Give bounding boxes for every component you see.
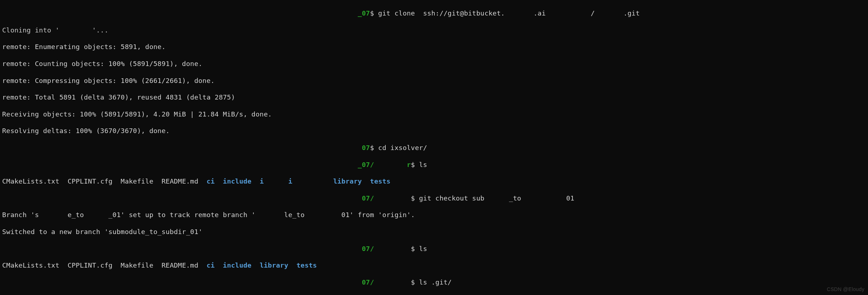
prompt-line: 07/ $ git checkout sub _to 01 <box>2 194 866 202</box>
output-line: remote: Counting objects: 100% (5891/589… <box>2 60 866 68</box>
output-line: Branch 's e_to _01' set up to track remo… <box>2 211 866 219</box>
output-line: Cloning into ' '... <box>2 26 866 34</box>
output-line: Receiving objects: 100% (5891/5891), 4.2… <box>2 110 866 118</box>
output-line: remote: Compressing objects: 100% (2661/… <box>2 76 866 85</box>
ls-output: CMakeLists.txt CPPLINT.cfg Makefile READ… <box>2 177 866 185</box>
prompt-line: _07/ r$ ls <box>2 160 866 169</box>
output-line: Switched to a new branch 'submodule_to_s… <box>2 228 866 236</box>
prompt-line: 07/ $ ls <box>2 245 866 253</box>
output-line: remote: Total 5891 (delta 3670), reused … <box>2 93 866 101</box>
output-line: Resolving deltas: 100% (3670/3670), done… <box>2 127 866 135</box>
prompt-line: 07$ cd ixsolver/ <box>2 144 866 152</box>
output-line: remote: Enumerating objects: 5891, done. <box>2 43 866 51</box>
watermark-text: CSDN @Eloudy <box>827 286 864 293</box>
ls-output: CMakeLists.txt CPPLINT.cfg Makefile READ… <box>2 261 866 269</box>
terminal-output[interactable]: _07$ git clone ssh://git@bitbucket. .ai … <box>0 0 868 295</box>
prompt-line: _07$ git clone ssh://git@bitbucket. .ai … <box>2 9 866 17</box>
prompt-line: 07/ $ ls .git/ <box>2 278 866 286</box>
